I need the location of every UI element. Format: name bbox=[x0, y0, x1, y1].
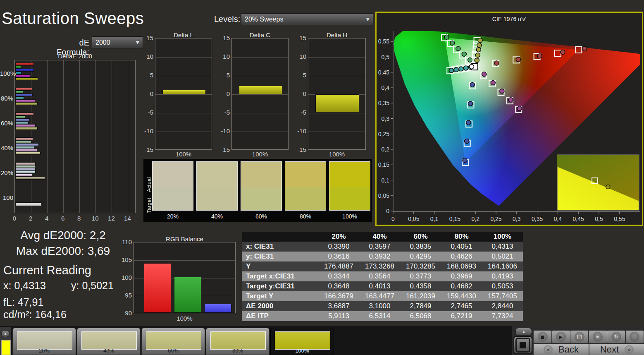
table-header-cell: 40% bbox=[359, 232, 400, 242]
group-label: 100% bbox=[0, 70, 13, 77]
collapse-up-button[interactable]: ▲ bbox=[515, 328, 532, 336]
group-label: 60% bbox=[0, 120, 13, 127]
rgb-balance-plot bbox=[134, 242, 236, 313]
swatch-button-label: 100% bbox=[271, 348, 334, 354]
table-value-cell: 6,5068 bbox=[400, 311, 441, 321]
target-swatch bbox=[329, 187, 370, 211]
swatch-color bbox=[210, 331, 266, 350]
gridline bbox=[232, 94, 288, 95]
svg-text:0,45: 0,45 bbox=[378, 69, 389, 76]
delta-chart-x-label: 100% bbox=[231, 151, 289, 158]
back-button[interactable]: « Back bbox=[533, 343, 589, 355]
x-tick-label: 14 bbox=[122, 215, 132, 222]
swatch-color bbox=[81, 331, 137, 350]
cie-measured-marker-yellow bbox=[475, 58, 479, 62]
group-label: 100 bbox=[0, 194, 13, 201]
gridline bbox=[63, 60, 64, 213]
rgb-balance-x-label: 100% bbox=[134, 315, 236, 322]
reading-y: y: 0,5021 bbox=[71, 280, 114, 292]
loop-button[interactable]: ∞ bbox=[589, 330, 607, 343]
cie-measured-marker-cyan bbox=[459, 67, 463, 71]
table-header-cell: 60% bbox=[400, 232, 441, 242]
y-tick-label: -15 bbox=[141, 146, 153, 153]
table-value-cell: 2,7849 bbox=[400, 301, 441, 311]
cie-measured-marker-blue bbox=[468, 101, 473, 106]
y-tick-label: 15 bbox=[141, 34, 153, 41]
delta_l-plot bbox=[155, 38, 212, 150]
y-tick-label: 10 bbox=[294, 53, 306, 60]
marker-icon: [·] bbox=[575, 332, 584, 342]
swatch-column-label: 100% bbox=[329, 213, 370, 220]
table-row-label: ΔE ITP bbox=[242, 311, 318, 321]
saturation-swatch-button-20%[interactable]: 20% bbox=[12, 328, 76, 355]
up-arrow-icon: ▲ bbox=[4, 332, 7, 336]
marker-button[interactable]: [·] bbox=[570, 330, 589, 343]
svg-text:0,5: 0,5 bbox=[382, 54, 390, 60]
play-icon: ▶ bbox=[556, 332, 566, 342]
de-formula-dropdown[interactable]: 2000 ▼ bbox=[92, 36, 143, 48]
table-row-label: Target x:CIE31 bbox=[242, 271, 318, 281]
svg-text:0,55: 0,55 bbox=[378, 38, 389, 45]
svg-text:0: 0 bbox=[386, 208, 389, 214]
table-value-cell: 0,3344 bbox=[318, 271, 359, 281]
reading-x: x: 0,4313 bbox=[3, 280, 46, 292]
delta-chart-x-label: 100% bbox=[308, 151, 366, 158]
svg-text:0,35: 0,35 bbox=[532, 216, 543, 222]
current-reading-heading: Current Reading bbox=[3, 264, 91, 277]
delta-chart-title: Delta C bbox=[231, 31, 289, 38]
cie-measured-marker-red bbox=[494, 61, 499, 65]
saturation-swatch-button-40%[interactable]: 40% bbox=[77, 328, 141, 355]
table-value-cell: 0,3835 bbox=[400, 242, 441, 252]
y-tick-label: 110 bbox=[118, 238, 132, 245]
collapse-up-button[interactable]: ▲ bbox=[1, 330, 10, 337]
svg-text:0,1: 0,1 bbox=[430, 216, 439, 222]
table-value-cell: 176,4887 bbox=[318, 261, 359, 271]
cie-chart-panel: CIE 1976 u'v' bbox=[375, 12, 643, 226]
saturation-swatch-button-80%[interactable]: 80% bbox=[206, 328, 270, 355]
table-header-cell: 80% bbox=[441, 232, 482, 242]
svg-text:0,3: 0,3 bbox=[382, 115, 390, 122]
play-button[interactable]: ▶ bbox=[552, 330, 570, 343]
next-button-label: Next bbox=[600, 344, 619, 355]
max-de-readout: Max dE2000: 3,69 bbox=[0, 245, 126, 258]
gridline bbox=[95, 60, 96, 213]
y-tick-label: -5 bbox=[217, 109, 230, 116]
stop-icon: ■ bbox=[538, 332, 548, 342]
svg-text:0,4: 0,4 bbox=[382, 84, 390, 91]
svg-text:0,1: 0,1 bbox=[382, 177, 390, 184]
table-value-cell: 0,3390 bbox=[318, 242, 359, 252]
target-swatch bbox=[241, 187, 282, 211]
swatch-color bbox=[17, 331, 72, 350]
levels-dropdown[interactable]: 20% Sweeps ▼ bbox=[241, 13, 373, 25]
table-row-label: Target y:CIE31 bbox=[242, 281, 318, 291]
y-tick-label: 0 bbox=[217, 90, 230, 97]
cie-measured-marker-yellow bbox=[477, 43, 482, 48]
delta-bar bbox=[239, 86, 282, 94]
target-row-label: Target bbox=[146, 195, 152, 216]
svg-text:0,05: 0,05 bbox=[378, 192, 389, 199]
blank-button[interactable] bbox=[625, 330, 644, 343]
saturation-swatch-button-100%[interactable]: 100% bbox=[270, 328, 334, 355]
saturation-swatch-button-60%[interactable]: 60% bbox=[141, 328, 205, 355]
next-button[interactable]: Next » bbox=[589, 343, 644, 355]
table-value-cell: 0,4358 bbox=[400, 281, 441, 291]
gridline bbox=[79, 60, 80, 213]
y-tick-label: 95 bbox=[118, 292, 132, 299]
refresh-button[interactable]: ↻ bbox=[607, 330, 625, 343]
deltae-bar bbox=[15, 202, 41, 206]
svg-text:0,15: 0,15 bbox=[449, 216, 460, 222]
swatch-button-label: 20% bbox=[13, 348, 76, 354]
svg-text:0,2: 0,2 bbox=[471, 216, 479, 222]
stop-button[interactable]: ■ bbox=[533, 330, 552, 343]
group-label: 20% bbox=[0, 169, 13, 176]
x-tick-label: 12 bbox=[106, 215, 116, 222]
table-value-cell: 0,4626 bbox=[441, 252, 482, 261]
deltae-bar bbox=[15, 177, 45, 180]
chevron-down-icon: ▼ bbox=[366, 17, 370, 22]
deltae-plot bbox=[14, 60, 136, 213]
stop-display-button[interactable] bbox=[513, 336, 532, 354]
svg-text:0,5: 0,5 bbox=[595, 216, 603, 222]
table-value-cell: 0,4682 bbox=[441, 281, 482, 291]
cie-diagram: CIE 1976 u'v' bbox=[377, 13, 642, 225]
swatch-color bbox=[146, 331, 201, 350]
